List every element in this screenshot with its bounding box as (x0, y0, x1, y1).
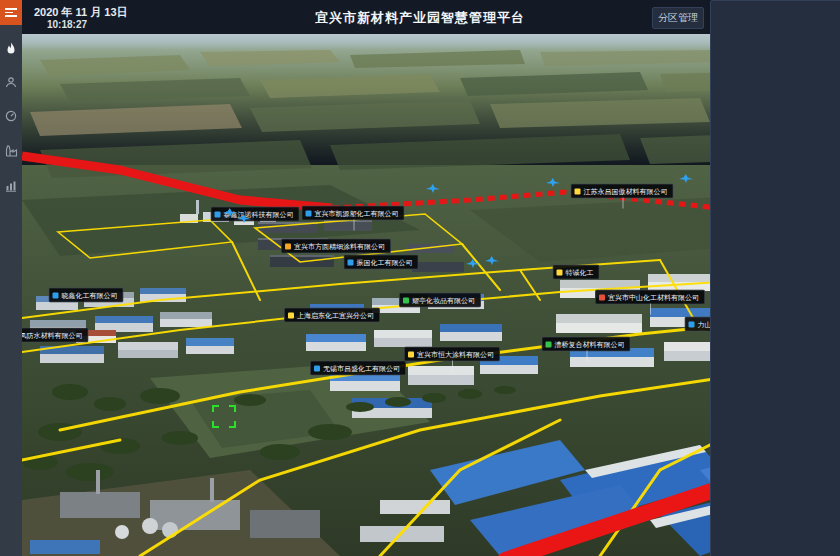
zone-management-button[interactable]: 分区管理 (652, 7, 704, 29)
company-marker-icon (306, 210, 312, 216)
top-bar: 2020 年 11 月 13日 10:18:27 宜兴市新材料产业园智慧管理平台… (0, 0, 840, 34)
company-marker-icon (215, 211, 221, 217)
time-label: 10:18:27 (47, 19, 87, 30)
company-marker-icon (408, 351, 414, 357)
company-label-text: 宜兴市方圆精细涂料有限公司 (294, 243, 385, 250)
date-label: 2020 年 11 月 13日 (34, 5, 128, 20)
gauge-icon[interactable] (0, 103, 22, 129)
flame-icon[interactable] (0, 35, 22, 61)
company-label-text: 无锡市昌盛化工有限公司 (323, 365, 400, 372)
company-marker-icon (288, 312, 294, 318)
company-marker-icon (403, 297, 409, 303)
company-label-text: 宜兴市恒大涂料有限公司 (417, 351, 494, 358)
user-icon[interactable] (0, 69, 22, 95)
label-stem (622, 198, 623, 209)
company-label-text: 漕桥复合材料有限公司 (555, 341, 625, 348)
tool-sidebar (0, 25, 22, 556)
company-label-text: 振国化工有限公司 (357, 259, 413, 266)
company-marker-icon (546, 341, 552, 347)
company-marker-icon (348, 259, 354, 265)
company-marker-icon (53, 292, 59, 298)
company-marker-icon (314, 365, 320, 371)
company-label[interactable]: 漕桥复合材料有限公司 (542, 337, 631, 352)
menu-icon (5, 8, 17, 17)
company-label[interactable]: 特诚化工 (553, 265, 600, 280)
label-stem (650, 304, 651, 315)
scene-management-button[interactable]: 场景管理 (710, 0, 840, 556)
bar-chart-icon[interactable] (0, 173, 22, 199)
factory-icon[interactable] (0, 138, 22, 164)
company-label[interactable]: 耀亭化妆品有限公司 (399, 293, 481, 308)
company-label[interactable]: 宜兴市方圆精细涂料有限公司 (281, 239, 391, 254)
label-stem (353, 220, 354, 231)
company-label-text: 宜兴市中山化工材料有限公司 (608, 294, 699, 301)
label-stem (452, 361, 453, 372)
company-label[interactable]: 宜兴市凯源塑化工有限公司 (302, 206, 405, 221)
company-label-text: 特诚化工 (566, 269, 594, 276)
company-label[interactable]: 宜兴市中山化工材料有限公司 (595, 290, 705, 305)
label-stem (586, 351, 587, 362)
company-label-text: 泰鑫汉诺科技有限公司 (224, 211, 294, 218)
company-marker-icon (599, 294, 605, 300)
main-menu-button[interactable] (0, 0, 22, 25)
company-label[interactable]: 无锡市昌盛化工有限公司 (310, 361, 406, 376)
company-label[interactable]: 晓鑫化工有限公司 (49, 288, 124, 303)
company-marker-icon (285, 243, 291, 249)
company-marker-icon (557, 269, 563, 275)
company-label[interactable]: 江苏永昌国傲材料有限公司 (571, 184, 674, 199)
company-marker-icon (689, 321, 695, 327)
company-label-text: 耀亭化妆品有限公司 (412, 297, 475, 304)
page-title: 宜兴市新材料产业园智慧管理平台 (315, 9, 525, 27)
company-label[interactable]: 泰鑫汉诺科技有限公司 (211, 207, 300, 222)
company-label-text: 上海启东化工宜兴分公司 (297, 312, 374, 319)
company-label-text: 丹凤防水材料有限公司 (13, 332, 83, 339)
company-label-text: 江苏永昌国傲材料有限公司 (584, 188, 668, 195)
company-marker-icon (575, 188, 581, 194)
company-label-text: 晓鑫化工有限公司 (62, 292, 118, 299)
company-label[interactable]: 振国化工有限公司 (344, 255, 419, 270)
company-label[interactable]: 宜兴市恒大涂料有限公司 (404, 347, 500, 362)
company-label-text: 宜兴市凯源塑化工有限公司 (315, 210, 399, 217)
company-label[interactable]: 上海启东化工宜兴分公司 (284, 308, 380, 323)
